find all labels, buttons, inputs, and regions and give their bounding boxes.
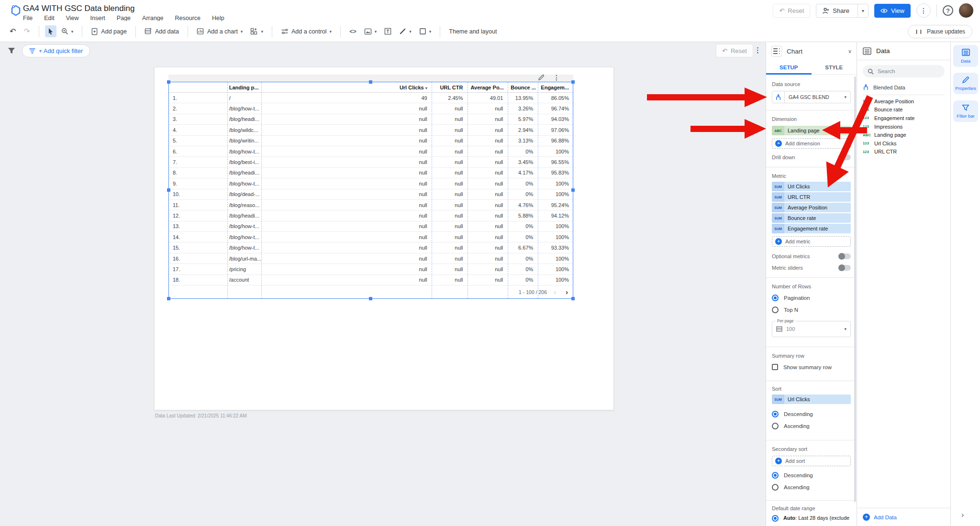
selection-handle[interactable] — [369, 80, 372, 84]
menu-item[interactable]: Resource — [175, 15, 201, 22]
selection-handle[interactable] — [167, 80, 170, 84]
chevron-down-icon[interactable]: ∨ — [848, 48, 852, 55]
pagination-radio-row[interactable]: Pagination — [772, 295, 851, 301]
per-page-select[interactable]: Per page 100 ▾ — [772, 321, 851, 337]
col-url-ctr[interactable]: URL CTR — [431, 85, 467, 90]
tab-setup[interactable]: SETUP — [766, 60, 812, 74]
community-viz-button[interactable]: ▾ — [247, 26, 266, 37]
pause-updates-button[interactable]: ❙❙ Pause updates — [908, 25, 972, 38]
field-item[interactable]: 123 Impressions — [857, 122, 950, 131]
add-line-button[interactable]: ▾ — [396, 26, 414, 37]
col-bounce-rate[interactable]: Bounce ... — [507, 85, 537, 90]
add-data-button[interactable]: + Add Data — [857, 508, 950, 526]
secondary-ascending-radio[interactable]: Ascending — [772, 484, 851, 491]
show-summary-row[interactable]: Show summary row — [772, 364, 851, 370]
menu-item[interactable]: Insert — [90, 15, 105, 22]
optional-metrics-toggle[interactable] — [838, 253, 851, 259]
table-row[interactable]: 15. /blog/how-t... null null null 6.67% … — [169, 242, 573, 253]
pagination-next-icon[interactable]: › — [566, 288, 568, 296]
avatar[interactable] — [959, 3, 973, 18]
selection-handle[interactable] — [369, 297, 372, 300]
table-row[interactable]: 7. /blog/best-i... null null null 3.45% … — [169, 157, 573, 167]
collapse-panel-icon[interactable]: › — [961, 511, 964, 519]
menu-item[interactable]: View — [66, 15, 79, 22]
panel-scrollbar[interactable] — [854, 77, 856, 502]
table-row[interactable]: 14. /blog/how-t... null null null 0% 100… — [169, 232, 573, 242]
rail-filter-bar-button[interactable]: Filter bar — [953, 100, 978, 122]
share-caret-icon[interactable]: ▾ — [858, 4, 868, 17]
top-n-radio-row[interactable]: Top N — [772, 307, 851, 313]
table-more-icon[interactable]: ⋮ — [553, 74, 560, 81]
filter-bar-more-icon[interactable]: ⋮ — [754, 46, 761, 55]
theme-layout-button[interactable]: Theme and layout — [446, 26, 500, 37]
col-url-clicks[interactable]: Url Clicks▾ — [261, 85, 431, 90]
view-button[interactable]: View — [874, 4, 911, 18]
menu-item[interactable]: Help — [212, 15, 224, 22]
select-tool-button[interactable] — [45, 25, 56, 37]
table-row[interactable]: 11. /blog/reaso... null null null 4.76% … — [169, 200, 573, 210]
field-item[interactable]: 123 URL CTR — [857, 148, 950, 156]
report-title[interactable]: GA4 WITH GSC Data blending — [23, 4, 134, 13]
table-row[interactable]: 6. /blog/how-t... null null null 0% 100% — [169, 146, 573, 157]
pagination-prev-icon[interactable]: ‹ — [554, 288, 556, 296]
table-row[interactable]: 4. /blog/wildc... null null null 2.94% 9… — [169, 125, 573, 135]
add-sort-button[interactable]: + Add sort — [772, 456, 851, 466]
add-data-button[interactable]: Add data — [142, 26, 182, 37]
menu-item[interactable]: Edit — [44, 15, 55, 22]
data-table[interactable]: Landing p... Url Clicks▾ URL CTR Average… — [168, 82, 573, 299]
add-dimension-button[interactable]: + Add dimension — [772, 138, 851, 149]
metric-chip[interactable]: SUM Engagement rate — [772, 224, 851, 233]
selection-handle[interactable] — [167, 188, 170, 192]
field-item[interactable]: 123 Url Clicks — [857, 139, 950, 148]
add-quick-filter-button[interactable]: + Add quick filter — [22, 44, 90, 57]
metric-chip[interactable]: SUM URL CTR — [772, 192, 851, 202]
col-engagement-rate[interactable]: Engagem... — [537, 85, 573, 90]
table-row[interactable]: 13. /blog/how-t... null null null 0% 100… — [169, 221, 573, 232]
field-item[interactable]: 123 Average Position — [857, 97, 950, 106]
secondary-descending-radio[interactable]: Descending — [772, 472, 851, 479]
filter-reset-button[interactable]: ↶ Reset — [716, 44, 753, 57]
rail-properties-button[interactable]: Properties — [953, 73, 978, 94]
table-row[interactable]: 12. /blog/headi... null null null 5.88% … — [169, 210, 573, 221]
field-item[interactable]: ABC Landing page — [857, 131, 950, 139]
selection-handle[interactable] — [571, 297, 575, 300]
share-button[interactable]: Share ▾ — [816, 4, 869, 18]
add-shape-button[interactable]: ▾ — [416, 26, 434, 37]
data-source-field[interactable]: GA4 GSC BLEND ▾ — [772, 91, 851, 103]
undo-button[interactable]: ↶ — [7, 25, 19, 38]
redo-button[interactable]: ↷ — [21, 25, 33, 38]
table-row[interactable]: 8. /blog/headi... null null null 4.17% 9… — [169, 168, 573, 178]
field-item[interactable]: 123 Engagement rate — [857, 114, 950, 122]
rail-data-button[interactable]: Data — [953, 45, 978, 67]
add-metric-button[interactable]: + Add metric — [772, 236, 851, 247]
sort-descending-radio[interactable]: Descending — [772, 411, 851, 417]
metric-sliders-toggle[interactable] — [838, 265, 851, 271]
help-button[interactable]: ? — [943, 5, 953, 16]
table-row[interactable]: 2. /blog/how-t... null null null 3.26% 9… — [169, 103, 573, 114]
table-row[interactable]: 5. /blog/writin... null null null 3.13% … — [169, 136, 573, 146]
metric-chip[interactable]: SUM Url Clicks — [772, 182, 851, 191]
table-row[interactable]: 1. / 49 2.45% 49.01 13.95% 86.05% — [169, 93, 573, 103]
field-item[interactable]: 123 Bounce rate — [857, 106, 950, 114]
col-average-position[interactable]: Average Po... — [467, 85, 507, 90]
add-image-button[interactable]: ▾ — [361, 26, 380, 37]
add-text-button[interactable] — [381, 26, 394, 37]
col-landing-page[interactable]: Landing p... — [227, 85, 261, 90]
more-options-button[interactable]: ⋮ — [916, 3, 931, 18]
menu-item[interactable]: File — [23, 15, 33, 22]
selection-handle[interactable] — [167, 297, 170, 300]
date-range-auto-radio[interactable]: Auto: Last 28 days (exclude — [772, 515, 851, 522]
tab-style[interactable]: STYLE — [812, 60, 857, 74]
metric-chip[interactable]: SUM Bounce rate — [772, 213, 851, 223]
menu-item[interactable]: Page — [117, 15, 131, 22]
table-row[interactable]: 3. /blog/headi... null null null 5.97% 9… — [169, 114, 573, 125]
metric-chip[interactable]: SUM Average Position — [772, 203, 851, 212]
field-search-input[interactable]: Search — [863, 65, 945, 77]
table-row[interactable]: 9. /blog/how-t... null null null 0% 100% — [169, 178, 573, 189]
add-chart-button[interactable]: Add a chart▾ — [194, 26, 245, 37]
blended-data-source[interactable]: Blended Data — [863, 84, 945, 95]
drill-down-toggle[interactable] — [838, 154, 851, 160]
table-row[interactable]: 16. /blog/url-ma... null null null 0% 10… — [169, 253, 573, 264]
add-control-button[interactable]: Add a control▾ — [278, 26, 334, 37]
reset-button[interactable]: ↶ Reset — [773, 4, 810, 18]
